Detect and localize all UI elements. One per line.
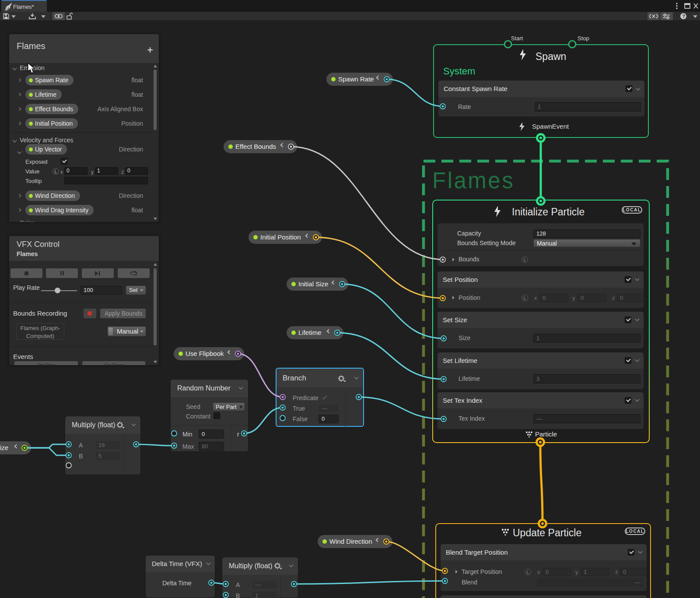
svg-text:Flames: Flames (432, 168, 514, 193)
